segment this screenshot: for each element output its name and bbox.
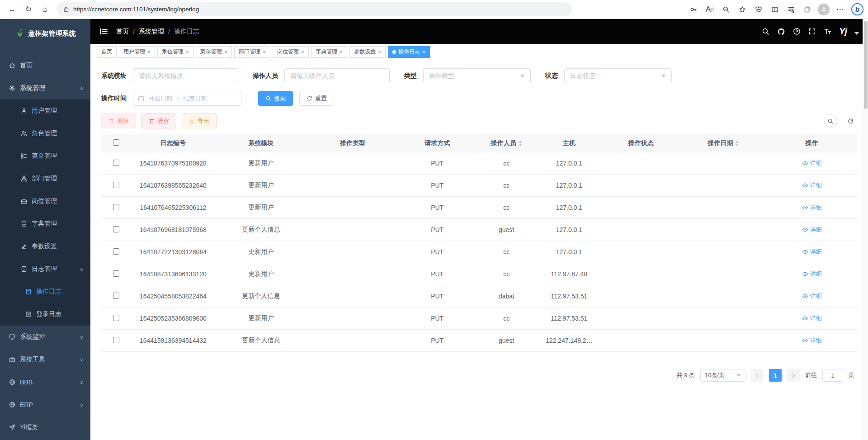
- browser-back-button[interactable]: ←: [5, 2, 20, 17]
- hide-search-button[interactable]: [824, 114, 837, 128]
- tab-role-mgmt[interactable]: 角色管理×: [157, 46, 193, 58]
- tab-home[interactable]: 首页: [97, 46, 117, 58]
- breadcrumb-home[interactable]: 首页: [116, 28, 129, 36]
- sort-caret-icon[interactable]: [519, 141, 522, 146]
- module-input[interactable]: [133, 68, 238, 83]
- detail-link[interactable]: 详细: [802, 181, 822, 189]
- sidebar-item-home[interactable]: 首页: [0, 54, 90, 77]
- collections-icon[interactable]: [800, 2, 815, 17]
- key-icon[interactable]: [686, 2, 701, 17]
- sidebar-item-menu-mgmt[interactable]: 菜单管理: [0, 145, 90, 167]
- sidebar-item-system-mgmt[interactable]: 系统管理 ∧: [0, 77, 90, 99]
- sidebar-item-post-mgmt[interactable]: 岗位管理: [0, 190, 90, 213]
- help-icon[interactable]: [793, 28, 801, 35]
- split-screen-icon[interactable]: [767, 2, 783, 17]
- tab-user-mgmt[interactable]: 用户管理×: [119, 46, 155, 58]
- delete-button[interactable]: 删除: [101, 114, 136, 128]
- col-operator[interactable]: 操作人员: [476, 134, 537, 152]
- detail-link[interactable]: 详细: [802, 336, 822, 345]
- sidebar-item-yi-framework[interactable]: Yi框架: [0, 416, 90, 439]
- tab-oper-log[interactable]: 操作日志×: [388, 46, 430, 58]
- row-checkbox[interactable]: [113, 182, 119, 188]
- close-icon[interactable]: ×: [301, 49, 304, 55]
- detail-link[interactable]: 详细: [802, 248, 822, 256]
- user-menu-caret-icon[interactable]: [854, 32, 859, 35]
- detail-link[interactable]: 详细: [802, 270, 822, 278]
- type-select[interactable]: 操作类型: [423, 68, 531, 83]
- browser-more-button[interactable]: ⋯: [832, 2, 848, 17]
- row-checkbox[interactable]: [113, 270, 119, 277]
- zoom-out-icon[interactable]: [718, 2, 734, 17]
- sidebar-item-user-mgmt[interactable]: 用户管理: [0, 99, 90, 122]
- sidebar-item-system-tools[interactable]: 系统工具 ∨: [0, 348, 90, 371]
- tab-post-mgmt[interactable]: 岗位管理×: [273, 46, 309, 58]
- export-button[interactable]: 导出: [182, 114, 217, 128]
- user-avatar[interactable]: Yj: [839, 26, 847, 37]
- page-size-select[interactable]: 10条/页: [700, 369, 745, 382]
- tab-dict-mgmt[interactable]: 字典管理×: [311, 46, 347, 58]
- github-icon[interactable]: [777, 28, 785, 36]
- page-scrollbar[interactable]: [863, 19, 868, 440]
- tab-dept-mgmt[interactable]: 部门管理×: [234, 46, 270, 58]
- close-icon[interactable]: ×: [378, 49, 381, 55]
- next-page-button[interactable]: [787, 369, 800, 382]
- select-all-checkbox[interactable]: [113, 139, 119, 146]
- row-checkbox[interactable]: [113, 204, 119, 210]
- close-icon[interactable]: ×: [422, 49, 425, 55]
- detail-link[interactable]: 详细: [802, 203, 822, 212]
- search-button[interactable]: 搜索: [258, 91, 293, 106]
- detail-link[interactable]: 详细: [802, 226, 822, 234]
- detail-link[interactable]: 详细: [802, 292, 822, 300]
- page-number-button[interactable]: 1: [769, 369, 782, 382]
- tab-menu-mgmt[interactable]: 菜单管理×: [196, 46, 232, 58]
- read-aloud-icon[interactable]: A: [702, 2, 717, 17]
- sidebar-item-bbs[interactable]: BBS ∨: [0, 371, 90, 393]
- browser-essentials-icon[interactable]: [751, 2, 766, 17]
- row-checkbox[interactable]: [113, 337, 119, 343]
- favorites-add-icon[interactable]: [735, 2, 750, 17]
- favorites-icon[interactable]: [783, 2, 799, 17]
- close-icon[interactable]: ×: [340, 49, 343, 55]
- tab-param-settings[interactable]: 参数设置×: [349, 46, 386, 58]
- browser-address-bar[interactable]: https://ccnetcore.com:1101/system/log/op…: [57, 2, 572, 16]
- goto-page-input[interactable]: [822, 369, 843, 382]
- sidebar-item-log-mgmt[interactable]: 日志管理 ∧: [0, 258, 90, 280]
- row-checkbox[interactable]: [113, 160, 119, 166]
- browser-home-button[interactable]: ⌂: [37, 2, 52, 17]
- browser-profile-avatar[interactable]: [816, 2, 831, 17]
- date-range-picker[interactable]: 开始日期 - 结束日期: [133, 91, 241, 106]
- sidebar-item-dict-mgmt[interactable]: 字典管理: [0, 213, 90, 235]
- clear-button[interactable]: 清空: [142, 114, 176, 128]
- row-checkbox[interactable]: [113, 293, 119, 299]
- fullscreen-icon[interactable]: [808, 28, 816, 35]
- sidebar-item-login-log[interactable]: 登录日志: [0, 303, 90, 326]
- sidebar-item-role-mgmt[interactable]: 角色管理: [0, 122, 90, 145]
- sort-caret-icon[interactable]: [735, 141, 739, 146]
- detail-link[interactable]: 详细: [802, 159, 822, 167]
- bing-chat-icon[interactable]: b: [851, 3, 863, 15]
- scrollbar-thumb[interactable]: [864, 21, 868, 109]
- operator-input[interactable]: [284, 68, 390, 83]
- font-size-icon[interactable]: [824, 28, 831, 35]
- sidebar-item-oper-log[interactable]: 操作日志: [0, 280, 90, 303]
- header-search-icon[interactable]: [762, 28, 769, 35]
- detail-link[interactable]: 详细: [802, 314, 822, 322]
- sidebar-item-erp[interactable]: ERP ∨: [0, 393, 90, 416]
- reset-button[interactable]: 重置: [299, 91, 334, 106]
- refresh-table-button[interactable]: [844, 114, 857, 128]
- row-checkbox[interactable]: [113, 315, 119, 321]
- sidebar-item-dept-mgmt[interactable]: 部门管理: [0, 167, 90, 190]
- row-checkbox[interactable]: [113, 248, 119, 255]
- row-checkbox[interactable]: [113, 226, 119, 232]
- prev-page-button[interactable]: [751, 369, 764, 382]
- col-date[interactable]: 操作日期: [680, 134, 767, 152]
- sidebar-toggle-icon[interactable]: [99, 28, 108, 35]
- close-icon[interactable]: ×: [186, 49, 189, 55]
- close-icon[interactable]: ×: [147, 49, 151, 55]
- sidebar-item-system-monitor[interactable]: 系统监控 ∨: [0, 326, 90, 348]
- status-select[interactable]: 日志状态: [564, 68, 672, 83]
- close-icon[interactable]: ×: [263, 49, 266, 55]
- close-icon[interactable]: ×: [224, 49, 227, 55]
- sidebar-item-param-settings[interactable]: 参数设置: [0, 235, 90, 258]
- browser-refresh-button[interactable]: ↻: [21, 2, 36, 17]
